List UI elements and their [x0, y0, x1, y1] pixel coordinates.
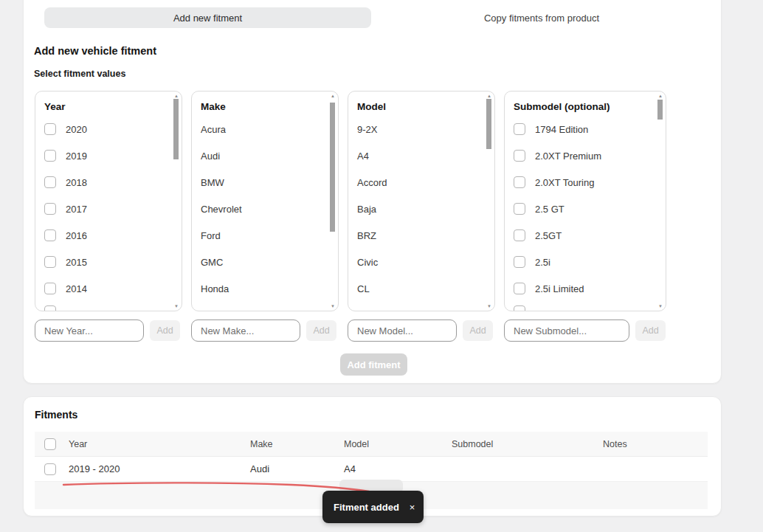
option-label: 2017 [66, 204, 87, 215]
submodel-panel: Submodel (optional) 1794 Edition2.0XT Pr… [504, 91, 666, 311]
checkbox[interactable] [44, 229, 56, 241]
add-make-button[interactable]: Add [306, 320, 336, 341]
new-model-input[interactable] [348, 319, 457, 342]
option-item[interactable]: 2.5i Limited [514, 275, 666, 302]
tab-copy-fitments[interactable]: Copy fitments from product [371, 7, 712, 28]
toast-message: Fitment added [334, 502, 399, 513]
checkbox[interactable] [44, 283, 56, 294]
option-label: 2.5 GT [535, 204, 565, 215]
scroll-up-icon[interactable]: ▲ [657, 93, 664, 99]
option-item[interactable]: 2.0XT Touring [514, 169, 666, 196]
option-item[interactable]: 2018 [44, 169, 182, 196]
checkbox[interactable] [44, 203, 56, 215]
option-item[interactable]: BMW [201, 169, 338, 196]
toast-close-icon[interactable]: × [410, 502, 415, 513]
option-item[interactable]: GMC [201, 249, 338, 275]
section-subtitle: Select fitment values [34, 69, 125, 79]
option-item[interactable]: Chevrolet [201, 196, 338, 222]
year-scrollbar[interactable]: ▲ ▼ [173, 93, 180, 309]
checkbox[interactable] [44, 305, 56, 311]
checkbox[interactable] [44, 123, 56, 135]
option-item[interactable]: Audi [201, 142, 338, 169]
checkbox[interactable] [44, 256, 56, 268]
make-panel: Make AcuraAudiBMWChevroletFordGMCHonda ▲… [191, 91, 339, 311]
option-list: 1794 Edition2.0XT Premium2.0XT Touring2.… [505, 116, 666, 302]
scroll-down-icon[interactable]: ▼ [486, 303, 493, 309]
table-row[interactable]: 2019 - 2020 Audi A4 [35, 457, 708, 482]
scroll-down-icon[interactable]: ▼ [657, 303, 664, 309]
option-item[interactable]: Acura [201, 116, 338, 142]
option-item[interactable]: 2016 [44, 222, 182, 249]
year-panel: Year 2020201920182017201620152014 ▲ ▼ [35, 91, 182, 311]
option-label: Chevrolet [201, 204, 242, 215]
header-model: Model [344, 439, 369, 449]
option-item[interactable]: 2014 [44, 275, 182, 302]
option-item[interactable]: 2.5GT [514, 222, 666, 249]
option-label: Accord [357, 177, 387, 188]
option-item[interactable]: 2015 [44, 249, 182, 275]
row-checkbox[interactable] [44, 463, 56, 475]
checkbox[interactable] [514, 283, 525, 294]
scrollbar-thumb[interactable] [330, 103, 335, 232]
option-item[interactable]: 2.0XT Premium [514, 142, 666, 169]
option-item[interactable]: Accord [357, 169, 494, 196]
table-header-row: Year Make Model Submodel Notes [35, 432, 708, 457]
option-item[interactable]: 2.5 GT [514, 196, 666, 222]
checkbox[interactable] [514, 229, 525, 241]
checkbox[interactable] [44, 176, 56, 188]
new-year-input[interactable] [35, 319, 144, 342]
option-item[interactable]: CL [357, 275, 494, 302]
option-item[interactable]: BRZ [357, 222, 494, 249]
header-year: Year [69, 439, 87, 449]
scroll-up-icon[interactable]: ▲ [173, 93, 180, 99]
option-label: 2018 [66, 177, 87, 188]
option-item[interactable]: Honda [201, 275, 338, 302]
option-item[interactable]: Baja [357, 196, 494, 222]
option-item[interactable]: Ford [201, 222, 338, 249]
header-make: Make [250, 439, 273, 449]
option-label: 2.0XT Touring [535, 177, 594, 188]
scroll-down-icon[interactable]: ▼ [173, 303, 180, 309]
option-item[interactable]: Civic [357, 249, 494, 275]
option-label: GMC [201, 257, 223, 268]
option-label: 2.5i Limited [535, 283, 584, 294]
option-label: Baja [357, 204, 376, 215]
header-notes: Notes [603, 439, 627, 449]
scrollbar-thumb[interactable] [657, 100, 663, 120]
new-submodel-input[interactable] [504, 319, 629, 342]
model-scrollbar[interactable]: ▲ ▼ [486, 93, 493, 309]
checkbox[interactable] [514, 176, 525, 188]
option-label: A4 [357, 151, 369, 162]
option-item[interactable]: 1794 Edition [514, 116, 666, 142]
option-item[interactable]: 2.5i [514, 249, 666, 275]
tab-copy-fitments-label: Copy fitments from product [484, 13, 599, 24]
new-make-input[interactable] [191, 319, 300, 342]
add-submodel-button[interactable]: Add [635, 320, 666, 341]
option-item[interactable]: 2020 [44, 116, 182, 142]
cell-model: A4 [344, 463, 356, 474]
checkbox[interactable] [514, 305, 525, 311]
select-all-checkbox[interactable] [44, 438, 56, 450]
submodel-scrollbar[interactable]: ▲ ▼ [657, 93, 664, 309]
add-year-button[interactable]: Add [150, 320, 180, 341]
option-item[interactable]: 2017 [44, 196, 182, 222]
selector-panels: Year 2020201920182017201620152014 ▲ ▼ Ma… [35, 91, 666, 311]
checkbox[interactable] [514, 203, 525, 215]
scroll-up-icon[interactable]: ▲ [329, 93, 336, 99]
option-item[interactable]: A4 [357, 142, 494, 169]
scrollbar-thumb[interactable] [486, 99, 491, 149]
scroll-up-icon[interactable]: ▲ [486, 93, 493, 99]
add-fitment-button[interactable]: Add fitment [340, 353, 407, 376]
checkbox[interactable] [514, 123, 525, 135]
option-item[interactable]: 9-2X [357, 116, 494, 142]
checkbox[interactable] [514, 256, 525, 268]
checkbox[interactable] [514, 150, 525, 162]
scroll-down-icon[interactable]: ▼ [329, 303, 336, 309]
checkbox[interactable] [44, 150, 56, 162]
option-label: 2.5GT [535, 230, 562, 241]
make-scrollbar[interactable]: ▲ ▼ [329, 93, 336, 309]
tab-add-new-fitment[interactable]: Add new fitment [44, 7, 371, 28]
scrollbar-thumb[interactable] [173, 99, 179, 159]
option-item[interactable]: 2019 [44, 142, 182, 169]
add-model-button[interactable]: Add [463, 320, 493, 341]
